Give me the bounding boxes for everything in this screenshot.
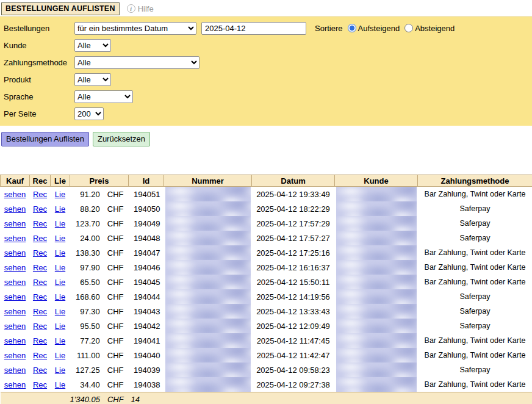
customer-redacted — [336, 377, 417, 392]
sehen-link[interactable]: sehen — [4, 219, 26, 228]
table-row: sehen Rec Lie 77.20 CHF 194041 2025-04-1… — [1, 333, 532, 348]
currency-label: CHF — [107, 292, 124, 301]
lie-link[interactable]: Lie — [55, 366, 65, 375]
help-link[interactable]: i Hilfe — [127, 4, 154, 13]
order-date: 2025-04-12 19:33:49 — [252, 187, 335, 202]
currency-label: CHF — [107, 351, 124, 360]
date-input[interactable] — [201, 22, 306, 35]
rec-link[interactable]: Rec — [33, 278, 47, 287]
lie-link[interactable]: Lie — [55, 190, 65, 199]
sehen-link[interactable]: sehen — [4, 292, 26, 301]
price-value: 111.00 — [70, 351, 100, 360]
customer-redacted — [336, 319, 417, 333]
total-currency-label: CHF — [107, 395, 124, 404]
order-date: 2025-04-12 17:57:27 — [252, 231, 335, 245]
sehen-link[interactable]: sehen — [4, 307, 26, 316]
rec-link[interactable]: Rec — [33, 292, 47, 301]
rec-link[interactable]: Rec — [33, 248, 47, 258]
sehen-link[interactable]: sehen — [4, 248, 26, 258]
sehen-link[interactable]: sehen — [4, 204, 26, 214]
rec-link[interactable]: Rec — [33, 380, 47, 389]
bestellungen-label: Bestellungen — [4, 24, 74, 33]
lie-link[interactable]: Lie — [55, 263, 65, 272]
header-kauf: Kauf — [1, 175, 30, 187]
rec-link[interactable]: Rec — [33, 219, 47, 228]
lie-link[interactable]: Lie — [55, 292, 65, 301]
reset-button[interactable]: Zurücksetzen — [93, 132, 150, 146]
lie-link[interactable]: Lie — [55, 219, 65, 228]
lie-link[interactable]: Lie — [55, 380, 65, 389]
lie-link[interactable]: Lie — [55, 322, 65, 331]
sehen-link[interactable]: sehen — [4, 351, 26, 360]
lie-link[interactable]: Lie — [55, 248, 65, 258]
currency-label: CHF — [107, 219, 124, 228]
order-date: 2025-04-12 18:22:29 — [252, 201, 335, 216]
sprache-select[interactable]: Alle — [74, 90, 133, 103]
top-bar: BESTELLUNGEN AUFLISTEN i Hilfe — [0, 0, 532, 16]
lie-link[interactable]: Lie — [55, 336, 65, 345]
rec-link[interactable]: Rec — [33, 234, 47, 243]
price-value: 65.50 — [70, 278, 100, 287]
sort-ascending-option[interactable]: Aufsteigend — [348, 24, 400, 33]
produkt-select[interactable]: Alle — [74, 73, 111, 86]
rec-link[interactable]: Rec — [33, 322, 47, 331]
rec-link[interactable]: Rec — [33, 351, 47, 360]
order-number-redacted — [165, 275, 251, 289]
rec-link[interactable]: Rec — [33, 204, 47, 214]
order-number-redacted — [165, 187, 251, 201]
payment-method: Saferpay — [418, 201, 532, 216]
list-orders-button[interactable]: Bestellungen Auflisten — [1, 132, 89, 146]
table-row: sehen Rec Lie 138.30 CHF 194047 2025-04-… — [1, 245, 532, 260]
rec-link[interactable]: Rec — [33, 366, 47, 375]
sehen-link[interactable]: sehen — [4, 380, 26, 389]
order-id: 194038 — [129, 377, 164, 392]
table-row: sehen Rec Lie 91.20 CHF 194051 2025-04-1… — [1, 187, 532, 202]
order-id: 194048 — [129, 231, 164, 245]
sehen-link[interactable]: sehen — [4, 278, 26, 287]
lie-link[interactable]: Lie — [55, 234, 65, 243]
order-number-redacted — [165, 348, 251, 363]
rec-link[interactable]: Rec — [33, 307, 47, 316]
lie-link[interactable]: Lie — [55, 204, 65, 214]
header-id: Id — [129, 175, 164, 187]
sehen-link[interactable]: sehen — [4, 263, 26, 272]
sehen-link[interactable]: sehen — [4, 366, 26, 375]
per-seite-select[interactable]: 200 — [74, 107, 104, 120]
bestellungen-select[interactable]: für ein bestimmtes Datum — [74, 22, 196, 35]
payment-method: Bar Zahlung, Twint oder Karte — [418, 333, 532, 348]
sehen-link[interactable]: sehen — [4, 322, 26, 331]
sort-ascending-radio[interactable] — [348, 24, 356, 32]
zahlungsmethode-select[interactable]: Alle — [74, 56, 200, 69]
filter-panel: Bestellungen für ein bestimmtes Datum So… — [0, 16, 532, 126]
customer-redacted — [336, 348, 417, 363]
sehen-link[interactable]: sehen — [4, 190, 26, 199]
payment-method: Saferpay — [418, 363, 532, 377]
payment-method: Bar Zahlung, Twint oder Karte — [418, 187, 532, 202]
rec-link[interactable]: Rec — [33, 263, 47, 272]
payment-method: Bar Zahlung, Twint oder Karte — [418, 275, 532, 289]
lie-link[interactable]: Lie — [55, 351, 65, 360]
price-value: 138.30 — [70, 248, 100, 258]
order-date: 2025-04-12 13:33:43 — [252, 304, 335, 319]
sehen-link[interactable]: sehen — [4, 336, 26, 345]
payment-method: Bar Zahlung, Twint oder Karte — [418, 245, 532, 260]
table-row: sehen Rec Lie 97.90 CHF 194046 2025-04-1… — [1, 260, 532, 275]
sort-descending-radio[interactable] — [404, 24, 413, 32]
kunde-select[interactable]: Alle — [74, 39, 111, 52]
customer-redacted — [336, 201, 417, 216]
order-number-redacted — [165, 333, 251, 348]
order-date: 2025-04-12 14:19:56 — [252, 289, 335, 304]
lie-link[interactable]: Lie — [55, 278, 65, 287]
header-preis: Preis — [70, 175, 129, 187]
sprache-label: Sprache — [4, 92, 74, 101]
sort-descending-option[interactable]: Absteigend — [404, 24, 455, 33]
header-lie: Lie — [51, 175, 70, 187]
rec-link[interactable]: Rec — [33, 336, 47, 345]
lie-link[interactable]: Lie — [55, 307, 65, 316]
payment-method: Saferpay — [418, 289, 532, 304]
customer-redacted — [336, 216, 417, 231]
rec-link[interactable]: Rec — [33, 190, 47, 199]
customer-redacted — [336, 260, 417, 275]
order-date: 2025-04-12 15:50:11 — [252, 275, 335, 289]
sehen-link[interactable]: sehen — [4, 234, 26, 243]
